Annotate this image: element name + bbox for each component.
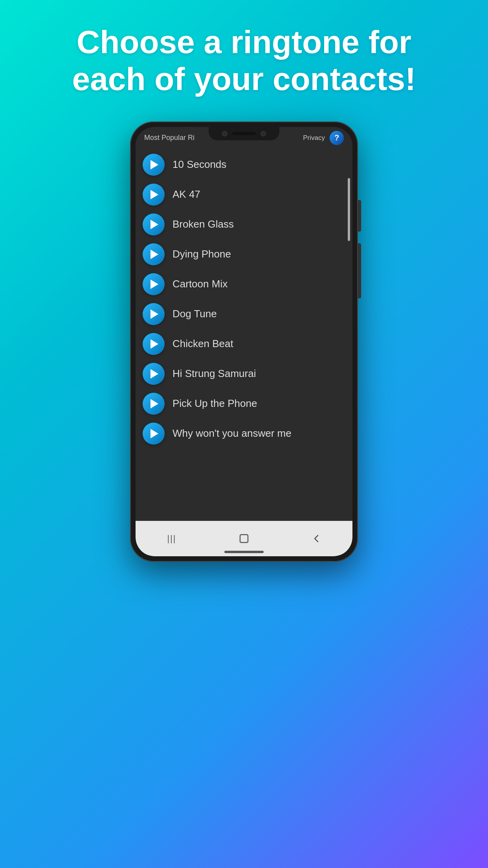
status-right: Privacy ? bbox=[303, 131, 344, 145]
track-name: Why won't you answer me bbox=[172, 427, 292, 440]
back-button[interactable] bbox=[305, 527, 328, 550]
track-name: Cartoon Mix bbox=[172, 278, 227, 290]
play-icon bbox=[150, 220, 158, 229]
play-icon bbox=[150, 429, 158, 438]
track-name: Dying Phone bbox=[172, 248, 231, 260]
track-name: Broken Glass bbox=[172, 218, 234, 230]
play-button-4[interactable] bbox=[143, 243, 165, 265]
recent-apps-button[interactable]: ||| bbox=[160, 527, 183, 550]
list-item[interactable]: Broken Glass bbox=[136, 210, 352, 239]
scrollbar[interactable] bbox=[348, 178, 350, 241]
headline: Choose a ringtone for each of your conta… bbox=[41, 0, 448, 114]
list-item[interactable]: Pick Up the Phone bbox=[136, 389, 352, 419]
privacy-label: Privacy bbox=[303, 134, 325, 142]
play-button-6[interactable] bbox=[143, 303, 165, 325]
list-item[interactable]: AK 47 bbox=[136, 180, 352, 210]
list-item[interactable]: Chicken Beat bbox=[136, 329, 352, 359]
list-item[interactable]: Hi Strung Samurai bbox=[136, 359, 352, 389]
phone-mockup: Most Popular Ri Privacy ? 10 Seconds AK … bbox=[130, 121, 358, 562]
play-button-9[interactable] bbox=[143, 393, 165, 415]
play-button-2[interactable] bbox=[143, 184, 165, 206]
list-item[interactable]: Cartoon Mix bbox=[136, 269, 352, 299]
notch-camera bbox=[222, 131, 227, 136]
track-name: Pick Up the Phone bbox=[172, 397, 257, 410]
list-item[interactable]: 10 Seconds bbox=[136, 150, 352, 180]
track-name: Chicken Beat bbox=[172, 338, 233, 350]
play-button-1[interactable] bbox=[143, 154, 165, 176]
play-icon bbox=[150, 250, 158, 259]
play-button-5[interactable] bbox=[143, 273, 165, 295]
play-icon bbox=[150, 190, 158, 199]
notch-camera-2 bbox=[261, 131, 266, 136]
svg-rect-0 bbox=[240, 535, 248, 542]
play-button-10[interactable] bbox=[143, 423, 165, 445]
home-button[interactable] bbox=[232, 527, 256, 550]
list-item[interactable]: Dog Tune bbox=[136, 299, 352, 329]
play-icon bbox=[150, 309, 158, 319]
ringtone-list: 10 Seconds AK 47 Broken Glass Dying Phon… bbox=[136, 147, 352, 521]
play-icon bbox=[150, 399, 158, 408]
play-button-7[interactable] bbox=[143, 333, 165, 355]
track-name: Hi Strung Samurai bbox=[172, 368, 256, 380]
track-name: Dog Tune bbox=[172, 308, 217, 320]
play-icon bbox=[150, 160, 158, 169]
play-button-3[interactable] bbox=[143, 213, 165, 235]
notch-speaker bbox=[232, 132, 256, 135]
play-icon bbox=[150, 339, 158, 349]
list-item[interactable]: Why won't you answer me bbox=[136, 419, 352, 449]
track-name: AK 47 bbox=[172, 188, 200, 200]
notch bbox=[209, 127, 279, 140]
help-button[interactable]: ? bbox=[330, 131, 344, 145]
app-title: Most Popular Ri bbox=[144, 134, 194, 142]
play-button-8[interactable] bbox=[143, 363, 165, 385]
list-item[interactable]: Dying Phone bbox=[136, 239, 352, 269]
play-icon bbox=[150, 280, 158, 289]
track-name: 10 Seconds bbox=[172, 158, 226, 171]
play-icon bbox=[150, 369, 158, 379]
phone-bottom-indicator bbox=[224, 551, 264, 553]
